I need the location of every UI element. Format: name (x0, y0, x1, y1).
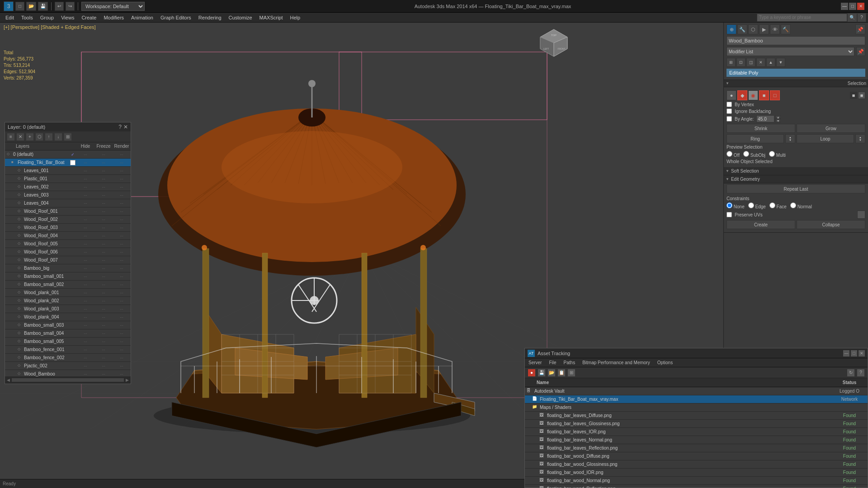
layer-tool-5[interactable]: ↑ (45, 133, 53, 141)
layer-tool-2[interactable]: ✕ (16, 133, 24, 141)
layer-render-toggle[interactable]: ··· (113, 234, 131, 238)
layer-hide-toggle[interactable]: ··· (76, 234, 94, 238)
ap-tool-2[interactable]: 💾 (538, 369, 546, 377)
layer-row[interactable]: ◇ Wood_Bamboo ··· ··· ··· (5, 370, 131, 376)
layer-freeze-toggle[interactable]: ··· (94, 266, 113, 271)
layer-hide-toggle[interactable]: ··· (76, 339, 94, 344)
edit-geometry-rollout[interactable]: Edit Geometry (724, 175, 868, 183)
layer-render-toggle[interactable]: ··· (113, 193, 131, 197)
layer-render-toggle[interactable]: ··· (113, 274, 131, 279)
layer-render-toggle[interactable]: ··· (113, 331, 131, 336)
layer-render-toggle[interactable]: ··· (113, 185, 131, 189)
modifier-list-dropdown[interactable]: Modifier List (726, 47, 854, 56)
asset-row[interactable]: 🖼 floating_bar_leaves_IOR.png Found (525, 428, 868, 436)
selection-heading[interactable]: Selection (724, 80, 868, 87)
layer-panel-close-btn[interactable]: ✕ (123, 124, 128, 130)
grow-button[interactable]: Grow (797, 124, 865, 133)
layer-freeze-toggle[interactable]: ··· (94, 291, 113, 295)
hierarchy-tab-btn[interactable]: ⬡ (748, 24, 758, 34)
layer-hide-toggle[interactable]: ··· (76, 356, 94, 360)
ap-menu-server[interactable]: Server (527, 360, 543, 365)
search-button[interactable]: 🔍 (847, 13, 857, 22)
ap-tool-5[interactable]: ⊞ (567, 369, 576, 377)
open-button[interactable]: 📂 (26, 2, 36, 11)
mod-show-result-btn[interactable]: ◫ (746, 58, 755, 67)
polygon-icon[interactable]: ■ (759, 90, 769, 100)
layer-row[interactable]: ◇ Bamboo_fence_001 ··· ··· ··· (5, 346, 131, 354)
layer-row[interactable]: ◇ Leaves_004 ··· ··· ··· (5, 199, 131, 207)
asset-row[interactable]: 🖼 floating_bar_leaves_Reflection.png Fou… (525, 444, 868, 452)
layer-row[interactable]: ◇ Wood_plank_004 ··· ··· ··· (5, 313, 131, 321)
layer-row[interactable]: ◇ Wood_Roof_006 ··· ··· ··· (5, 248, 131, 256)
layer-row[interactable]: ◇ Pjactic_002 ··· ··· ··· (5, 362, 131, 370)
layer-render-toggle[interactable]: ··· (113, 266, 131, 271)
sel-square2[interactable]: ■ (858, 92, 865, 99)
asset-row[interactable]: 🖼 floating_bar_wood_Diffuse.png Found (525, 452, 868, 460)
layer-freeze-toggle[interactable]: ··· (94, 307, 113, 311)
mod-move-down-btn[interactable]: ▼ (776, 58, 785, 67)
layer-tool-1[interactable]: ≡ (7, 133, 15, 141)
layer-hide-toggle[interactable]: ··· (76, 250, 94, 254)
constraint-normal-radio[interactable] (790, 202, 796, 208)
layer-row[interactable]: ◇ Wood_Roof_004 ··· ··· ··· (5, 232, 131, 240)
layer-render-toggle[interactable]: ··· (113, 339, 131, 344)
ap-tool-refresh[interactable]: ↻ (847, 369, 855, 377)
layer-freeze-toggle[interactable]: ··· (94, 274, 113, 279)
layer-hide-toggle[interactable]: ··· (76, 177, 94, 181)
layer-freeze-toggle[interactable]: ··· (94, 160, 113, 165)
layer-render-toggle[interactable]: ··· (113, 201, 131, 206)
mod-move-up-btn[interactable]: ▲ (766, 58, 775, 67)
layer-freeze-toggle[interactable]: ··· (94, 201, 113, 206)
angle-up-btn[interactable]: ▲ (775, 115, 781, 119)
mod-show-btn[interactable]: ⊞ (726, 58, 736, 67)
create-tab-btn[interactable]: ⊕ (726, 24, 736, 34)
asset-row[interactable]: 🖼 floating_bar_leaves_Glossiness.png Fou… (525, 420, 868, 428)
preview-off-radio[interactable] (726, 151, 732, 157)
asset-row[interactable]: 📁 Maps / Shaders (525, 404, 868, 412)
layer-freeze-toggle[interactable]: ··· (94, 209, 113, 214)
layer-hide-toggle[interactable]: ··· (76, 331, 94, 336)
layer-row[interactable]: ■ Floating_Tiki_Bar_Boat ··· ··· ··· (5, 159, 131, 167)
layer-tool-3[interactable]: + (26, 133, 34, 141)
layer-freeze-toggle[interactable]: ··· (94, 225, 113, 230)
ap-menu-file[interactable]: File (547, 360, 558, 365)
asset-panel-maximize-btn[interactable]: □ (851, 350, 857, 357)
ap-menu-bitmap[interactable]: Bitmap Performance and Memory (580, 360, 652, 365)
layer-hide-toggle[interactable]: ··· (76, 209, 94, 214)
layer-hide-toggle[interactable]: ··· (76, 242, 94, 246)
layer-row[interactable]: ◇ Wood_Roof_002 ··· ··· ··· (5, 216, 131, 224)
preserve-uvs-checkbox[interactable] (726, 212, 732, 217)
layer-row[interactable]: ◇ Wood_Roof_007 ··· ··· ··· (5, 256, 131, 264)
asset-row[interactable]: 🖼 floating_bar_leaves_Diffuse.png Found (525, 412, 868, 420)
border-icon[interactable]: ◉ (748, 90, 758, 100)
layer-render-toggle[interactable]: ··· (113, 209, 131, 214)
by-angle-input[interactable] (756, 115, 774, 122)
layer-row[interactable]: ◇ Leaves_003 ··· ··· ··· (5, 191, 131, 199)
asset-row[interactable]: 🗄 Autodesk Vault Logged O (525, 387, 868, 395)
shrink-button[interactable]: Shrink (726, 124, 795, 133)
mod-show-in-vp-btn[interactable]: ⊡ (736, 58, 745, 67)
ap-menu-paths[interactable]: Paths (562, 360, 577, 365)
menu-customize[interactable]: Customize (225, 14, 256, 21)
ap-tool-3[interactable]: 📂 (547, 369, 556, 377)
nav-cube[interactable]: TOP LEFT FRONT (538, 27, 570, 59)
constraint-face-radio[interactable] (769, 202, 775, 208)
layer-render-toggle[interactable]: ··· (113, 242, 131, 246)
vertex-icon[interactable]: ● (726, 90, 736, 100)
layer-render-toggle[interactable]: ··· (113, 250, 131, 254)
layer-render-toggle[interactable]: ··· (113, 299, 131, 303)
menu-animation[interactable]: Animation (127, 14, 157, 21)
asset-row[interactable]: 🖼 floating_bar_wood_Glossiness.png Found (525, 460, 868, 469)
layer-hide-toggle[interactable]: ··· (76, 193, 94, 197)
layer-row[interactable]: ◇ Wood_Roof_001 ··· ··· ··· (5, 207, 131, 216)
layer-panel-help-btn[interactable]: ? (118, 124, 122, 130)
layer-tool-4[interactable]: ⬡ (35, 133, 43, 141)
layer-row[interactable]: ◇ Bamboo_small_002 ··· ··· ··· (5, 281, 131, 289)
layer-freeze-toggle[interactable]: ··· (94, 152, 113, 157)
close-button[interactable]: ✕ (857, 3, 864, 10)
by-angle-checkbox[interactable] (726, 116, 732, 122)
layer-render-toggle[interactable]: ··· (113, 347, 131, 352)
menu-help[interactable]: Help (287, 14, 304, 21)
loop-button[interactable]: Loop (797, 134, 854, 143)
asset-panel-close-btn[interactable]: ✕ (859, 350, 865, 357)
